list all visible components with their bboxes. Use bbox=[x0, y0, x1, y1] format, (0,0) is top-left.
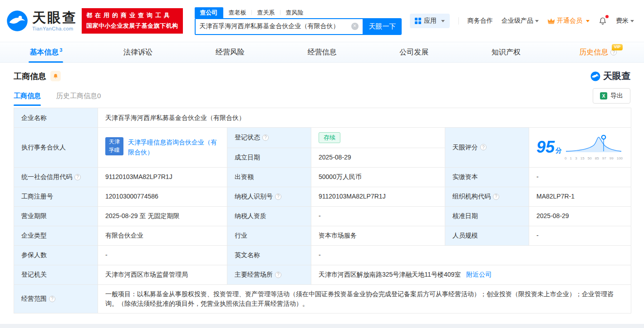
notifications-bell-icon[interactable] bbox=[598, 16, 607, 25]
tab-basic-info-count: 3 bbox=[59, 47, 62, 53]
crown-icon bbox=[547, 18, 555, 24]
tab-operation-info[interactable]: 经营信息 bbox=[276, 42, 368, 62]
label-staff-size: 人员规模 bbox=[445, 226, 529, 245]
apps-menu-button[interactable]: 应用 bbox=[410, 14, 450, 28]
value-business-address: 天津市河西区解放南路325号津融天地11号楼409室 附近公司 bbox=[311, 265, 631, 284]
search-button[interactable]: 天眼一下 bbox=[364, 18, 402, 35]
tab-intellectual-property[interactable]: 知识产权 bbox=[460, 42, 552, 62]
tab-ip-label: 知识产权 bbox=[492, 48, 521, 57]
label-executive-partner: 执行事务合伙人 bbox=[14, 128, 98, 168]
label-paid-capital: 实缴资本 bbox=[445, 167, 529, 187]
menu-business-cooperation[interactable]: 商务合作 bbox=[467, 17, 493, 25]
menu-vip-upgrade[interactable]: 开通会员 bbox=[547, 17, 590, 25]
tab-history-info[interactable]: 历史信息 ? VIP bbox=[552, 42, 644, 62]
notification-dot bbox=[605, 15, 609, 18]
subtab-business-info[interactable]: 工商信息 bbox=[14, 86, 41, 106]
tab-basic-info[interactable]: 基本信息 3 bbox=[0, 42, 92, 62]
search-tab-company[interactable]: 查公司 bbox=[195, 7, 223, 18]
table-row: 统一社会信用代码? 91120103MA82LP7R1J 出资额 50000万人… bbox=[14, 167, 631, 187]
export-label: 导出 bbox=[610, 92, 623, 100]
label-registration-authority: 登记机关 bbox=[14, 265, 98, 284]
promo-line1: 都在用的商业查询工具 bbox=[86, 10, 178, 21]
help-icon[interactable]: ? bbox=[493, 194, 499, 200]
nearby-companies-link[interactable]: 附近公司 bbox=[466, 271, 492, 278]
value-taxpayer-quality: - bbox=[311, 206, 445, 226]
score-number: 95分 bbox=[536, 139, 562, 155]
label-registration-status: 登记状态? bbox=[227, 128, 311, 148]
tab-legal-proceedings[interactable]: 法律诉讼 bbox=[92, 42, 184, 62]
value-insured-count: - bbox=[98, 245, 227, 265]
apps-grid-icon bbox=[415, 18, 421, 24]
search-tab-boss[interactable]: 查老板 bbox=[223, 7, 252, 18]
value-business-scope: 一般项目：以私募基金从事股权投资、投资管理、资产管理等活动（须在中国证券投资基金… bbox=[98, 284, 631, 313]
search-area: 查公司 查老板 查关系 查风险 × 天眼一下 bbox=[195, 7, 402, 35]
search-tabs: 查公司 查老板 查关系 查风险 bbox=[195, 7, 402, 18]
value-registration-status: 存续 bbox=[311, 128, 445, 148]
label-taxpayer-quality: 纳税人资质 bbox=[227, 206, 311, 226]
menu-enterprise-products[interactable]: 企业级产品 bbox=[501, 17, 539, 25]
table-row: 企业类型 有限合伙企业 行业 资本市场服务 人员规模 - bbox=[14, 226, 631, 245]
divider bbox=[458, 17, 459, 25]
chevron-down-icon bbox=[535, 20, 539, 22]
apps-label: 应用 bbox=[424, 17, 437, 25]
label-establish-date: 成立日期 bbox=[227, 148, 311, 167]
subtab-history-business-info[interactable]: 历史工商信息0 bbox=[56, 86, 101, 106]
help-icon[interactable]: ? bbox=[262, 134, 269, 141]
help-icon[interactable]: ? bbox=[480, 144, 487, 150]
subtabs: 工商信息 历史工商信息0 X 导出 bbox=[14, 86, 630, 106]
score-axis-ticks: 01 315 5085 9799 100 bbox=[565, 156, 623, 161]
export-button[interactable]: X 导出 bbox=[593, 88, 630, 104]
table-row: 经营范围? 一般项目：以私募基金从事股权投资、投资管理、资产管理等活动（须在中国… bbox=[14, 284, 631, 313]
value-registration-number: 120103000774586 bbox=[98, 187, 227, 206]
label-insured-count: 参保人数 bbox=[14, 245, 98, 265]
partner-logo[interactable]: 天津 孚瞳 bbox=[105, 137, 123, 155]
tianyancha-logo[interactable]: 天眼查 TianYanCha.com bbox=[5, 9, 77, 33]
search-input[interactable] bbox=[200, 23, 351, 30]
value-credit-code: 91120103MA82LP7R1J bbox=[98, 167, 227, 187]
tab-company-development[interactable]: 公司发展 bbox=[368, 42, 460, 62]
vip-badge: VIP bbox=[612, 44, 623, 50]
promo-banner: 都在用的商业查询工具 国家中小企业发展子基金旗下机构 bbox=[82, 8, 183, 34]
label-business-address: 主要经营场所? bbox=[227, 265, 311, 284]
subscribe-bell-icon[interactable] bbox=[50, 71, 61, 81]
value-executive-partner: 天津 孚瞳 天津孚瞳信息咨询合伙企业（有限合伙） bbox=[98, 128, 227, 168]
tab-basic-info-label: 基本信息 bbox=[29, 48, 59, 57]
excel-icon: X bbox=[600, 92, 607, 99]
partner-link[interactable]: 天津孚瞳信息咨询合伙企业（有限合伙） bbox=[128, 137, 220, 158]
value-org-code: MA82LP7R-1 bbox=[529, 187, 631, 206]
chevron-down-icon bbox=[630, 20, 634, 22]
tab-risk-label: 经营风险 bbox=[216, 48, 245, 57]
tab-operation-risk[interactable]: 经营风险 bbox=[184, 42, 276, 62]
help-icon[interactable]: ? bbox=[275, 272, 281, 278]
status-badge: 存续 bbox=[319, 132, 340, 143]
value-english-name: - bbox=[311, 245, 631, 265]
help-icon[interactable]: ? bbox=[275, 194, 281, 200]
table-row: 工商注册号 120103000774586 纳税人识别号? 91120103MA… bbox=[14, 187, 631, 206]
partner-logo-line2: 孚瞳 bbox=[109, 146, 120, 154]
label-industry: 行业 bbox=[227, 226, 311, 245]
value-industry: 资本市场服务 bbox=[311, 226, 445, 245]
section-title: 工商信息 bbox=[14, 71, 46, 82]
value-tianyan-score: 95分 01 315 50 bbox=[529, 128, 631, 168]
label-english-name: 英文名称 bbox=[227, 245, 311, 265]
label-taxpayer-id: 纳税人识别号? bbox=[227, 187, 311, 206]
label-business-scope: 经营范围? bbox=[14, 284, 98, 313]
search-tab-risk[interactable]: 查风险 bbox=[280, 7, 309, 18]
label-company-name: 企业名称 bbox=[14, 108, 98, 128]
label-company-type: 企业类型 bbox=[14, 226, 98, 245]
value-taxpayer-id: 91120103MA82LP7R1J bbox=[311, 187, 445, 206]
section-head: 工商信息 天眼查 bbox=[14, 70, 630, 82]
value-establish-date: 2025-08-29 bbox=[311, 148, 445, 167]
user-menu[interactable]: 费米 bbox=[616, 17, 634, 25]
vip-label: 开通会员 bbox=[557, 17, 582, 25]
clear-icon[interactable]: × bbox=[351, 23, 359, 30]
search-tab-relation[interactable]: 查关系 bbox=[252, 7, 280, 18]
table-row: 执行事务合伙人 天津 孚瞳 天津孚瞳信息咨询合伙企业（有限合伙） 登记状态? 存… bbox=[14, 128, 631, 148]
value-company-name: 天津百孚海河西岸私募基金合伙企业（有限合伙） bbox=[98, 108, 631, 128]
help-icon[interactable]: ? bbox=[49, 296, 55, 302]
score-distribution-chart: 01 315 5085 9799 100 bbox=[565, 134, 623, 161]
tianyancha-logo-icon bbox=[5, 9, 29, 33]
tab-history-label: 历史信息 bbox=[579, 48, 608, 57]
help-icon[interactable]: ? bbox=[74, 174, 81, 180]
table-row: 营业期限 2025-08-29 至 无固定期限 纳税人资质 - 核准日期 202… bbox=[14, 206, 631, 226]
